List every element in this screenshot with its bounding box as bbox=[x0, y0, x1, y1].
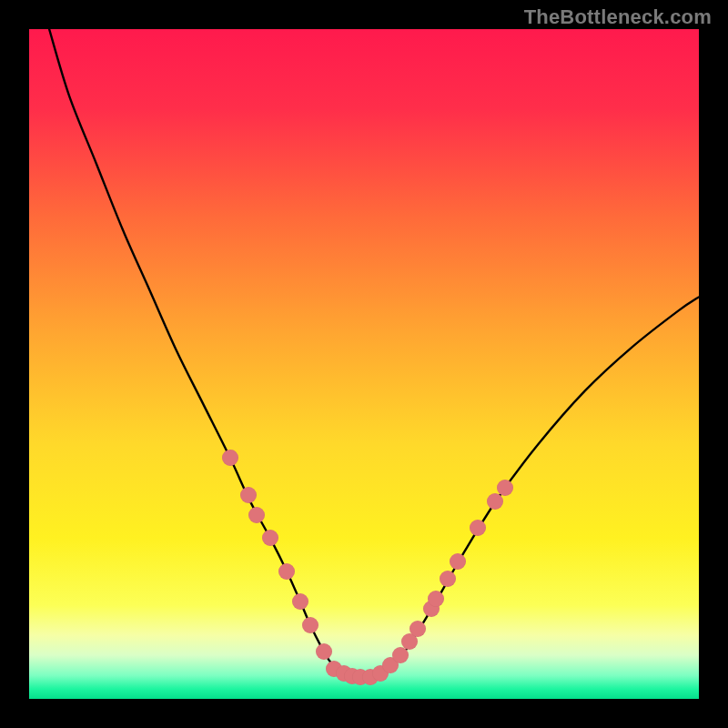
gradient-background bbox=[29, 29, 699, 699]
svg-rect-0 bbox=[29, 29, 699, 699]
watermark-text: TheBottleneck.com bbox=[524, 5, 712, 29]
plot-area bbox=[29, 29, 699, 699]
chart-frame: TheBottleneck.com bbox=[0, 0, 728, 728]
